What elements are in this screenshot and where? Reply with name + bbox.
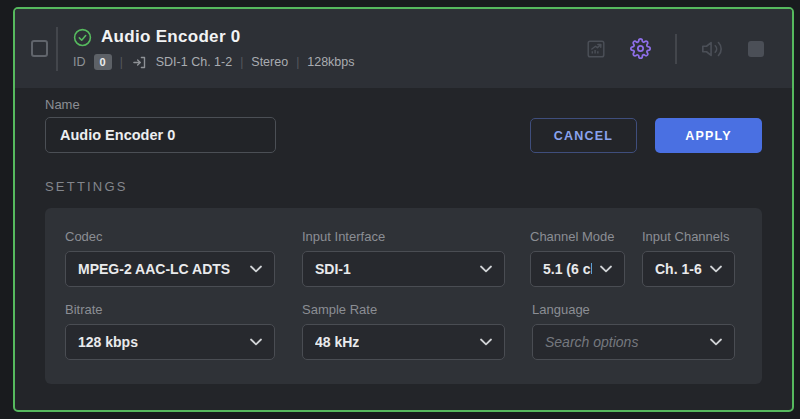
chart-stats-icon[interactable] <box>585 38 607 60</box>
field-language: Language <box>532 302 735 360</box>
settings-panel: Codec MPEG-2 AAC-LC ADTS Input Interface… <box>45 208 762 384</box>
codec-label: Codec <box>65 229 275 244</box>
encoder-title: Audio Encoder 0 <box>101 27 241 47</box>
input-channels-label: Input Channels <box>642 229 735 244</box>
bitrate-value: 128 kbps <box>78 334 138 350</box>
chevron-down-icon <box>710 338 722 346</box>
title-block: Audio Encoder 0 ID 0 | SDI-1 Ch. 1-2 | S… <box>73 27 355 70</box>
field-bitrate: Bitrate 128 kbps <box>65 302 275 360</box>
input-channels-select[interactable]: Ch. 1-6 <box>642 251 735 287</box>
channel-mode-label: Channel Mode <box>530 229 625 244</box>
stop-square-icon[interactable] <box>745 38 767 60</box>
encoder-header: Audio Encoder 0 ID 0 | SDI-1 Ch. 1-2 | S… <box>15 9 792 88</box>
audio-encoder-card: Audio Encoder 0 ID 0 | SDI-1 Ch. 1-2 | S… <box>13 7 794 412</box>
actions-divider <box>675 34 677 64</box>
chevron-down-icon <box>250 338 262 346</box>
form-buttons: CANCEL APPLY <box>530 118 762 153</box>
field-codec: Codec MPEG-2 AAC-LC ADTS <box>65 229 275 287</box>
id-badge: 0 <box>94 54 112 70</box>
gear-icon[interactable] <box>629 38 651 60</box>
bitrate-label: Bitrate <box>65 302 275 317</box>
field-name: Name <box>45 97 276 153</box>
field-input-channels: Input Channels Ch. 1-6 <box>642 229 735 287</box>
input-interface-value: SDI-1 <box>315 261 351 277</box>
sample-rate-select[interactable]: 48 kHz <box>302 324 505 360</box>
apply-button[interactable]: APPLY <box>655 118 762 153</box>
input-source-icon <box>132 55 147 70</box>
sample-rate-value: 48 kHz <box>315 334 359 350</box>
language-select[interactable] <box>532 324 735 360</box>
chevron-down-icon <box>600 265 612 273</box>
speaker-icon[interactable] <box>701 38 723 60</box>
input-interface-select[interactable]: SDI-1 <box>302 251 505 287</box>
meta-bitrate: 128kbps <box>307 55 354 69</box>
codec-value: MPEG-2 AAC-LC ADTS <box>78 261 230 277</box>
meta-channel-mode: Stereo <box>251 55 288 69</box>
field-input-interface: Input Interface SDI-1 <box>302 229 505 287</box>
id-label: ID <box>73 55 86 69</box>
settings-heading: SETTINGS <box>45 179 762 194</box>
channel-mode-value: 5.1 (6 ch) <box>543 261 592 277</box>
settings-row-2: Bitrate 128 kbps Sample Rate 48 kHz <box>65 302 742 360</box>
chevron-down-icon <box>480 338 492 346</box>
name-input[interactable] <box>45 117 276 153</box>
input-channels-value: Ch. 1-6 <box>655 261 702 277</box>
encoder-meta: ID 0 | SDI-1 Ch. 1-2 | Stereo | 128kbps <box>73 54 355 70</box>
name-label: Name <box>45 97 276 112</box>
bitrate-select[interactable]: 128 kbps <box>65 324 275 360</box>
settings-row-1: Codec MPEG-2 AAC-LC ADTS Input Interface… <box>65 229 742 287</box>
chevron-down-icon <box>710 265 722 273</box>
select-checkbox[interactable] <box>31 40 48 57</box>
meta-source: SDI-1 Ch. 1-2 <box>156 55 232 69</box>
meta-separator: | <box>296 55 299 69</box>
chevron-down-icon <box>480 265 492 273</box>
input-interface-label: Input Interface <box>302 229 505 244</box>
language-search-input[interactable] <box>545 334 702 350</box>
meta-separator: | <box>240 55 243 69</box>
channel-mode-select[interactable]: 5.1 (6 ch) <box>530 251 625 287</box>
meta-separator: | <box>120 55 123 69</box>
field-channel-mode: Channel Mode 5.1 (6 ch) <box>530 229 625 287</box>
language-label: Language <box>532 302 735 317</box>
check-circle-icon <box>73 28 92 47</box>
header-actions <box>585 34 767 64</box>
field-sample-rate: Sample Rate 48 kHz <box>302 302 505 360</box>
header-divider <box>56 27 58 71</box>
chevron-down-icon <box>250 265 262 273</box>
encoder-body: Name CANCEL APPLY SETTINGS Codec MPEG-2 … <box>15 88 792 384</box>
codec-select[interactable]: MPEG-2 AAC-LC ADTS <box>65 251 275 287</box>
name-row: Name CANCEL APPLY <box>45 97 762 153</box>
cancel-button[interactable]: CANCEL <box>530 118 637 153</box>
sample-rate-label: Sample Rate <box>302 302 505 317</box>
